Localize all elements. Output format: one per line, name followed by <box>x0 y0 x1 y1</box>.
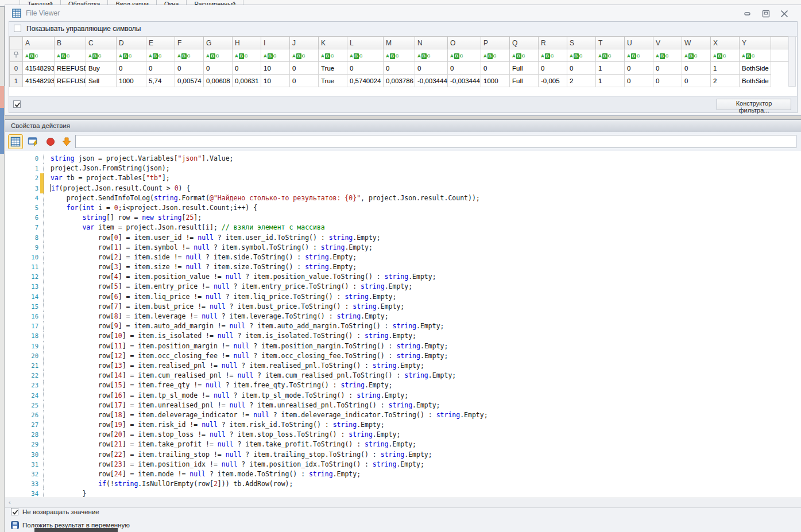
column-header[interactable]: M <box>384 37 415 49</box>
table-cell[interactable]: 0 <box>567 62 596 75</box>
table-view-button[interactable] <box>8 134 23 149</box>
column-header[interactable]: D <box>117 37 146 49</box>
table-cell[interactable]: -0,003444 <box>448 75 481 87</box>
column-header[interactable]: T <box>596 37 625 49</box>
column-header[interactable]: X <box>711 37 740 49</box>
table-cell[interactable]: Buy <box>86 62 117 75</box>
window-lightning-button[interactable] <box>26 134 41 149</box>
no-return-checkbox[interactable] <box>11 508 18 515</box>
vertical-scrollbar[interactable] <box>788 36 796 87</box>
column-header[interactable]: Y <box>740 37 771 49</box>
table-cell[interactable]: 2 <box>711 75 740 87</box>
table-cell[interactable]: 0 <box>625 75 653 87</box>
filter-cell[interactable]: ABC <box>481 49 510 62</box>
filter-cell[interactable]: ABC <box>261 49 290 62</box>
row-header[interactable]: 1 <box>10 75 23 87</box>
filter-cell[interactable]: ABC <box>448 49 481 62</box>
table-cell[interactable]: -0,003444 <box>415 75 448 87</box>
table-cell[interactable]: 1000 <box>481 75 510 87</box>
table-cell[interactable]: 0 <box>146 62 175 75</box>
column-header[interactable]: S <box>567 37 596 49</box>
table-cell[interactable]: 1 <box>596 62 625 75</box>
row-header[interactable]: 0 <box>10 62 23 75</box>
column-header[interactable]: I <box>261 37 290 49</box>
table-cell[interactable]: 0 <box>384 62 415 75</box>
table-cell[interactable]: 0 <box>682 62 711 75</box>
footer-checkbox[interactable] <box>13 100 21 108</box>
table-cell[interactable]: 10 <box>261 62 290 75</box>
table-cell[interactable]: 41548293 <box>23 62 55 75</box>
table-cell[interactable]: 0 <box>539 62 567 75</box>
table-cell[interactable]: 2 <box>567 75 596 87</box>
table-cell[interactable]: 0,00608 <box>204 75 233 87</box>
table-cell[interactable]: REEFUSDT <box>55 75 86 87</box>
table-cell[interactable]: 0 <box>204 62 233 75</box>
minimize-button[interactable] <box>742 10 753 18</box>
filter-cell[interactable]: ABC <box>146 49 175 62</box>
table-cell[interactable]: 0 <box>625 62 653 75</box>
filter-cell[interactable]: ABC <box>290 49 319 62</box>
filter-cell[interactable]: ABC <box>117 49 146 62</box>
column-header[interactable]: R <box>539 37 567 49</box>
move-down-button[interactable] <box>59 134 74 149</box>
table-cell[interactable]: 0,00631 <box>233 75 261 87</box>
filter-cell[interactable]: ABC <box>384 49 415 62</box>
table-cell[interactable]: 0 <box>233 62 261 75</box>
column-header[interactable]: H <box>233 37 261 49</box>
column-header[interactable]: A <box>23 37 55 49</box>
column-header[interactable]: L <box>347 37 384 49</box>
table-cell[interactable]: 0,003786 <box>384 75 415 87</box>
filter-cell[interactable]: ABC <box>711 49 740 62</box>
column-header[interactable]: V <box>653 37 682 49</box>
filter-cell[interactable]: ABC <box>740 49 771 62</box>
table-cell[interactable]: 0 <box>290 75 319 87</box>
table-cell[interactable]: 1 <box>596 75 625 87</box>
table-cell[interactable]: True <box>319 75 347 87</box>
toolbar-input[interactable] <box>75 135 796 148</box>
table-cell[interactable]: REEFUSDT <box>55 62 86 75</box>
table-cell[interactable]: 0 <box>448 62 481 75</box>
show-control-chars-checkbox[interactable] <box>14 25 21 32</box>
filter-cell[interactable]: ABC <box>596 49 625 62</box>
filter-cell[interactable]: ABC <box>567 49 596 62</box>
column-header[interactable]: J <box>290 37 319 49</box>
column-header[interactable]: B <box>55 37 86 49</box>
table-cell[interactable]: 0 <box>682 75 711 87</box>
column-header[interactable]: N <box>415 37 448 49</box>
filter-cell[interactable]: ABC <box>23 49 55 62</box>
table-cell[interactable]: 0 <box>415 62 448 75</box>
close-icon[interactable] <box>779 10 790 18</box>
scroll-left-icon[interactable]: ‹ <box>9 499 11 506</box>
table-cell[interactable]: 0 <box>653 62 682 75</box>
table-cell[interactable]: 1000 <box>117 75 146 87</box>
code-editor[interactable]: 0string json = project.Variables["json"]… <box>5 151 801 498</box>
column-header[interactable]: K <box>319 37 347 49</box>
table-cell[interactable]: 0 <box>481 62 510 75</box>
column-header[interactable]: U <box>625 37 653 49</box>
filter-cell[interactable]: ABC <box>510 49 539 62</box>
maximize-button[interactable] <box>761 10 771 18</box>
filter-cell[interactable]: ABC <box>625 49 653 62</box>
table-cell[interactable]: 0,5740024 <box>347 75 384 87</box>
table-cell[interactable]: BothSide <box>740 62 771 75</box>
table-cell[interactable]: 0 <box>175 62 204 75</box>
table-cell[interactable]: True <box>319 62 347 75</box>
column-header[interactable]: O <box>448 37 481 49</box>
table-cell[interactable]: Full <box>510 75 539 87</box>
column-header[interactable]: F <box>175 37 204 49</box>
table-cell[interactable]: Full <box>510 62 539 75</box>
table-cell[interactable]: 41548293 <box>23 75 55 87</box>
table-cell[interactable]: -0,005 <box>539 75 567 87</box>
filter-cell[interactable]: ABC <box>539 49 567 62</box>
table-cell[interactable]: 1 <box>711 62 740 75</box>
put-result-row[interactable]: Положить результат в переменную <box>5 521 801 530</box>
table-cell[interactable]: 5,74 <box>146 75 175 87</box>
table-cell[interactable]: 0 <box>117 62 146 75</box>
column-header[interactable]: G <box>204 37 233 49</box>
filter-cell[interactable]: ABC <box>682 49 711 62</box>
column-header[interactable]: P <box>481 37 510 49</box>
table-cell[interactable]: 0 <box>290 62 319 75</box>
panel-header[interactable]: Свойства действия <box>5 120 801 133</box>
column-header[interactable]: Q <box>510 37 539 49</box>
filter-cell[interactable]: ABC <box>653 49 682 62</box>
